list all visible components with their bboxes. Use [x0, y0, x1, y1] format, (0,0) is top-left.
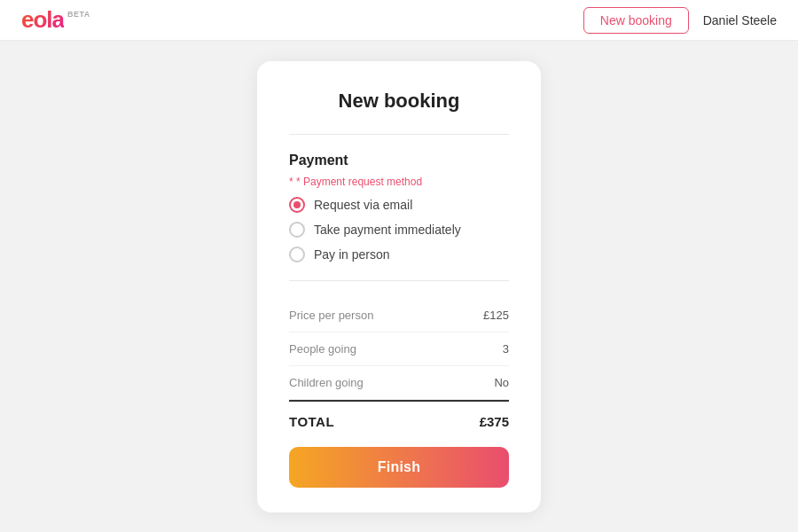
finish-button[interactable]: Finish [289, 447, 509, 488]
booking-card: New booking Payment * * Payment request … [257, 61, 541, 512]
title-divider [289, 134, 509, 135]
radio-label-email: Request via email [314, 198, 412, 212]
people-going-row: People going 3 [289, 332, 509, 366]
payment-section-title: Payment [289, 153, 509, 168]
logo: eola [21, 6, 64, 34]
summary-section: Price per person £125 People going 3 Chi… [289, 299, 509, 429]
new-booking-button[interactable]: New booking [583, 7, 689, 34]
radio-label-immediate: Take payment immediately [314, 223, 461, 237]
card-title: New booking [289, 90, 509, 113]
children-going-value: No [494, 376, 509, 389]
payment-divider [289, 280, 509, 281]
radio-item-person[interactable]: Pay in person [289, 246, 509, 262]
price-per-person-value: £125 [483, 309, 509, 322]
total-label: TOTAL [289, 414, 334, 429]
total-value: £375 [480, 414, 509, 429]
price-per-person-row: Price per person £125 [289, 299, 509, 332]
price-per-person-label: Price per person [289, 309, 373, 322]
payment-section: Payment * * Payment request method Reque… [289, 153, 509, 262]
children-going-label: Children going [289, 376, 364, 389]
children-going-row: Children going No [289, 366, 509, 400]
logo-area: eola BETA [21, 6, 90, 34]
people-going-label: People going [289, 342, 356, 356]
radio-item-email[interactable]: Request via email [289, 197, 509, 213]
main-content: New booking Payment * * Payment request … [0, 41, 798, 532]
payment-radio-group: Request via email Take payment immediate… [289, 197, 509, 262]
total-row: TOTAL £375 [289, 400, 509, 429]
radio-label-person: Pay in person [314, 247, 390, 262]
user-name: Daniel Steele [703, 13, 777, 27]
payment-required-label: * * Payment request method [289, 176, 509, 188]
required-text: * Payment request method [296, 176, 422, 188]
header-right: New booking Daniel Steele [583, 7, 777, 34]
radio-circle-person [289, 246, 305, 262]
people-going-value: 3 [503, 342, 509, 356]
header: eola BETA New booking Daniel Steele [0, 0, 798, 41]
beta-badge: BETA [67, 10, 90, 19]
radio-circle-immediate [289, 222, 305, 238]
radio-circle-email [289, 197, 305, 213]
radio-item-immediate[interactable]: Take payment immediately [289, 222, 509, 238]
required-asterisk: * [289, 176, 296, 188]
